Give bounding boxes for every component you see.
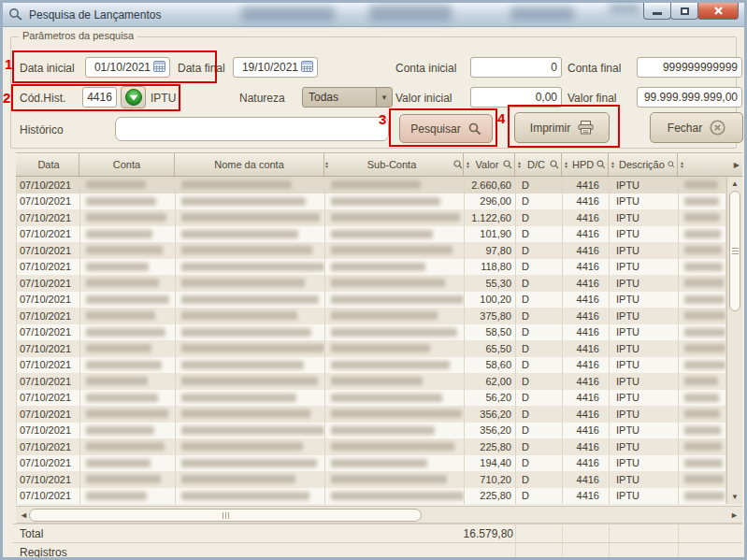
column-header-descricao[interactable]: ▲▼ Descrição — [609, 153, 678, 176]
data-inicial-field[interactable]: 01/10/2021 — [85, 57, 170, 78]
scroll-left-icon[interactable]: ◄ — [20, 510, 28, 520]
conta-final-field[interactable]: 999999999999 — [637, 57, 742, 78]
data-inicial-value: 01/10/2021 — [94, 61, 151, 74]
next-column-arrow-icon[interactable]: ▶ — [734, 161, 740, 169]
table-row[interactable]: 07/10/2021375,80D4416IPTU — [17, 308, 726, 324]
data-final-label: Data final — [178, 62, 225, 75]
cell-subconta-redacted — [325, 292, 465, 309]
table-row[interactable]: 07/10/20211.122,60D4416IPTU — [17, 209, 726, 226]
cell-conta-redacted — [80, 488, 176, 505]
column-header-valor[interactable]: ▲▼ Valor — [464, 153, 515, 176]
table-row[interactable]: 07/10/2021194,40D4416IPTU — [17, 455, 726, 472]
table-row[interactable]: 07/10/202158,60D4416IPTU — [17, 357, 726, 374]
valor-inicial-field[interactable]: 0,00 — [470, 87, 562, 108]
table-row[interactable]: 07/10/2021225,80D4416IPTU — [17, 488, 726, 505]
maximize-button[interactable] — [670, 3, 698, 20]
column-search-icon[interactable] — [596, 160, 606, 169]
column-header-data[interactable]: Data — [16, 153, 79, 176]
table-row[interactable]: 07/10/202162,00D4416IPTU — [17, 373, 726, 390]
cell-hpd: 4416 — [563, 259, 610, 276]
sort-icon[interactable]: ▲▼ — [517, 161, 522, 168]
cell-valor: 710,20 — [465, 471, 516, 488]
natureza-selected-value: Todas — [303, 91, 376, 104]
table-row[interactable]: 07/10/2021101,90D4416IPTU — [17, 226, 726, 243]
calendar-icon[interactable] — [301, 60, 313, 75]
minimize-button[interactable] — [643, 3, 671, 20]
cell-dc: D — [516, 423, 563, 439]
column-header-extra[interactable]: ▲▼ ▶ — [678, 153, 742, 176]
cell-descricao: IPTU — [610, 226, 679, 243]
column-header-sub-conta[interactable]: ▲▼ Sub-Conta — [324, 153, 464, 176]
sort-icon[interactable]: ▲▼ — [680, 161, 684, 168]
thumb-grip — [223, 512, 229, 519]
cell-descricao: IPTU — [610, 324, 679, 341]
vertical-scrollbar[interactable]: ▲ ▼ — [726, 177, 742, 504]
column-header-conta[interactable]: Conta — [79, 153, 175, 176]
table-row[interactable]: 07/10/2021100,20D4416IPTU — [17, 292, 726, 309]
historico-field[interactable] — [115, 117, 389, 141]
cell-conta-redacted — [80, 373, 176, 390]
column-search-icon[interactable] — [550, 160, 559, 169]
sort-icon[interactable]: ▲▼ — [611, 161, 615, 168]
horizontal-scrollbar[interactable]: ◄ ► — [16, 506, 742, 524]
natureza-dropdown[interactable]: Todas ▼ — [302, 87, 393, 108]
table-row[interactable]: 07/10/202158,50D4416IPTU — [17, 324, 726, 341]
cell-valor: 97,80 — [465, 242, 516, 259]
column-search-icon[interactable] — [668, 160, 675, 169]
table-row[interactable]: 07/10/2021225,80D4416IPTU — [17, 438, 726, 455]
cell-valor: 56,20 — [465, 390, 516, 407]
table-row[interactable]: 07/10/2021296,00D4416IPTU — [17, 194, 726, 210]
cell-nome-redacted — [176, 390, 325, 407]
footer-column-line — [609, 524, 610, 560]
pesquisar-button[interactable]: Pesquisar — [399, 114, 493, 143]
cell-descricao: IPTU — [610, 292, 679, 309]
table-row[interactable]: 07/10/2021710,20D4416IPTU — [17, 471, 726, 488]
fechar-button[interactable]: Fechar — [650, 112, 743, 143]
table-row[interactable]: 07/10/2021356,20D4416IPTU — [17, 406, 726, 423]
cell-subconta-redacted — [325, 357, 465, 374]
table-row[interactable]: 07/10/202165,50D4416IPTU — [17, 340, 726, 357]
imprimir-button[interactable]: Imprimir — [514, 112, 610, 143]
cod-hist-field[interactable]: 4416 — [82, 87, 117, 108]
table-row[interactable]: 07/10/2021118,80D4416IPTU — [17, 259, 726, 276]
calendar-icon[interactable] — [153, 60, 165, 75]
column-header-nome-da-conta[interactable]: Nome da conta — [175, 153, 324, 176]
conta-inicial-field[interactable]: 0 — [470, 57, 562, 78]
title-bar[interactable]: Pesquisa de Lançamentos — [3, 3, 744, 27]
cell-subconta-redacted — [325, 226, 465, 243]
horizontal-scroll-thumb[interactable] — [29, 509, 422, 522]
column-search-icon[interactable] — [503, 160, 512, 169]
cell-nome-redacted — [176, 324, 325, 341]
data-final-field[interactable]: 19/10/2021 — [233, 57, 318, 78]
cell-descricao: IPTU — [610, 275, 679, 292]
sort-icon[interactable]: ▲▼ — [466, 161, 470, 168]
sort-icon[interactable]: ▲▼ — [564, 161, 568, 168]
close-button[interactable] — [697, 3, 739, 20]
cell-dc: D — [516, 194, 563, 210]
scroll-right-icon[interactable]: ► — [730, 510, 739, 520]
column-header-hpd[interactable]: ▲▼ HPD — [562, 153, 609, 176]
column-header-dc[interactable]: ▲▼ D/C — [515, 153, 562, 176]
imprimir-label: Imprimir — [530, 122, 570, 135]
table-row[interactable]: 07/10/202197,80D4416IPTU — [17, 242, 726, 259]
cell-conta-redacted — [80, 226, 176, 243]
cell-extra-redacted — [679, 177, 726, 194]
annotation-number-2: 2 — [3, 90, 10, 106]
scroll-up-icon[interactable]: ▲ — [727, 179, 742, 188]
table-row[interactable]: 07/10/20212.660,60D4416IPTU — [17, 177, 726, 194]
blurred-background-window — [241, 7, 335, 22]
cod-hist-lookup-button[interactable] — [121, 86, 146, 108]
maximize-icon — [681, 7, 689, 15]
cell-descricao: IPTU — [610, 209, 679, 226]
table-row[interactable]: 07/10/2021356,20D4416IPTU — [17, 423, 726, 439]
cell-descricao: IPTU — [610, 340, 679, 357]
app-icon — [8, 7, 23, 26]
vertical-scroll-thumb[interactable] — [729, 191, 740, 311]
scroll-down-icon[interactable]: ▼ — [727, 493, 742, 501]
valor-final-field[interactable]: 99.999.999.999,00 — [637, 87, 742, 108]
cell-descricao: IPTU — [610, 242, 679, 259]
column-search-icon[interactable] — [453, 160, 463, 169]
sort-icon[interactable]: ▲▼ — [324, 161, 329, 168]
table-row[interactable]: 07/10/202155,30D4416IPTU — [17, 275, 726, 292]
table-row[interactable]: 07/10/202156,20D4416IPTU — [17, 390, 726, 407]
